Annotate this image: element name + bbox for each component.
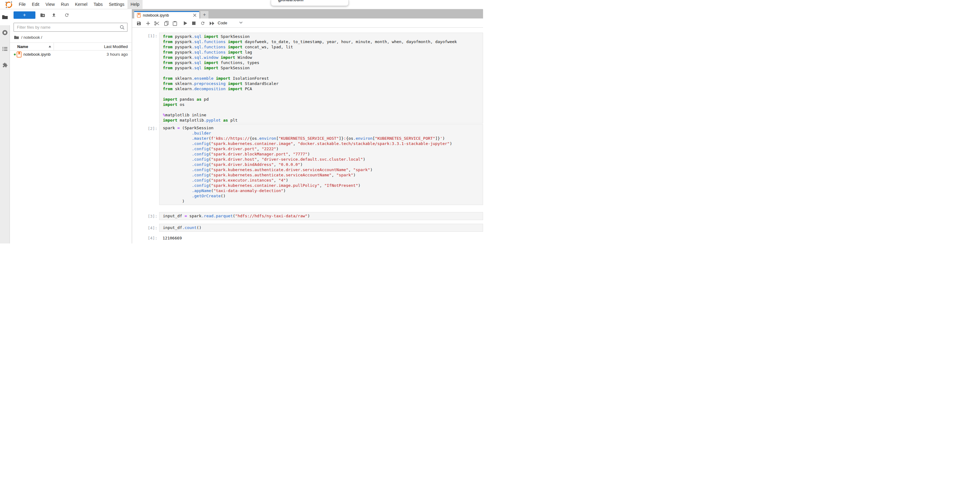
menu-item-kernel[interactable]: Kernel: [72, 0, 90, 9]
paste-cells-button[interactable]: [172, 20, 178, 26]
menu-item-view[interactable]: View: [43, 0, 58, 9]
cut-icon: [154, 21, 159, 26]
tab-close-button[interactable]: [192, 13, 197, 17]
file-browser-panel: + / notebook /: [10, 9, 132, 243]
stop-icon: [192, 22, 196, 25]
notebook-panel: notebook.ipynb +: [132, 9, 483, 243]
fast-forward-icon: [210, 22, 214, 25]
close-icon: [193, 14, 196, 17]
menu-item-run[interactable]: Run: [58, 0, 72, 9]
cut-cells-button[interactable]: [154, 20, 160, 26]
notebook-toolbar: Code: [132, 19, 483, 28]
code-cell[interactable]: spark = (SparkSession .builder .master(f…: [159, 124, 483, 205]
notebook-icon: [17, 51, 22, 57]
main-area: + / notebook /: [0, 9, 483, 243]
tab-notebook[interactable]: notebook.ipynb: [134, 11, 199, 19]
sidebar-tab-running[interactable]: [0, 27, 10, 38]
stop-kernel-button[interactable]: [191, 20, 197, 26]
extensions-icon: [2, 62, 8, 68]
copy-icon: [164, 21, 169, 26]
activity-bar-background: [0, 25, 10, 243]
code-cell[interactable]: from pyspark.sql import SparkSession fro…: [159, 33, 483, 124]
code-cell[interactable]: input_df = spark.read.parquet("hdfs://hd…: [159, 212, 483, 220]
sort-ascending-icon[interactable]: [49, 46, 51, 48]
new-launcher-button[interactable]: +: [14, 11, 35, 19]
new-folder-button[interactable]: [40, 13, 45, 18]
copy-cells-button[interactable]: [163, 20, 169, 26]
search-icon: [120, 25, 125, 30]
site-popup: github.com: [271, 0, 348, 6]
notebook-cells: [1]:from pyspark.sql import SparkSession…: [132, 28, 483, 243]
menu-bar: File Edit View Run Kernel Tabs Settings …: [0, 0, 483, 9]
tab-bar: notebook.ipynb +: [132, 9, 483, 19]
sidebar-tab-table-of-contents[interactable]: [0, 44, 10, 54]
new-tab-button[interactable]: +: [200, 11, 208, 19]
add-cell-icon: [146, 21, 150, 25]
input-prompt: [1]:: [132, 33, 158, 38]
app-logo-icon: [4, 1, 14, 8]
kernel-running-dot: [14, 54, 16, 56]
column-divider: [54, 43, 54, 51]
upload-button[interactable]: [51, 13, 57, 18]
menu-item-settings[interactable]: Settings: [106, 0, 128, 9]
input-prompt: [3]:: [132, 214, 158, 219]
file-name: notebook.ipynb: [24, 52, 51, 57]
column-header-name[interactable]: Name: [17, 44, 28, 49]
tab-title: notebook.ipynb: [143, 13, 192, 17]
home-folder-icon[interactable]: [14, 35, 19, 39]
restart-kernel-icon: [200, 21, 205, 25]
new-folder-icon: [40, 13, 45, 18]
notebook-icon: [137, 13, 141, 17]
popup-site-label: github.com: [278, 0, 304, 2]
menu-item-help[interactable]: Help: [127, 0, 143, 9]
add-cell-button[interactable]: [145, 20, 151, 26]
paste-icon: [173, 21, 177, 26]
breadcrumb-path[interactable]: / notebook /: [21, 35, 42, 40]
sidebar-tab-filebrowser[interactable]: [0, 12, 10, 22]
file-list-header: Name Last Modified: [10, 43, 132, 51]
breadcrumb: / notebook /: [14, 35, 42, 40]
file-modified: 3 hours ago: [107, 52, 128, 57]
chevron-down-icon[interactable]: [239, 22, 243, 24]
file-list-item[interactable]: notebook.ipynb 3 hours ago: [10, 51, 132, 59]
code-cell[interactable]: input_df.count(): [159, 224, 483, 232]
sidebar-tab-extensions[interactable]: [0, 60, 10, 70]
menu-item-tabs[interactable]: Tabs: [91, 0, 106, 9]
activity-bar: [0, 9, 10, 243]
menu-item-edit[interactable]: Edit: [29, 0, 43, 9]
file-filter-input[interactable]: [14, 23, 119, 32]
refresh-button[interactable]: [64, 13, 70, 18]
menu-items: File Edit View Run Kernel Tabs Settings …: [16, 0, 143, 9]
save-icon: [137, 21, 141, 26]
input-prompt: [4]:: [132, 226, 158, 230]
table-of-contents-icon: [2, 47, 7, 51]
running-kernels-icon: [2, 30, 8, 35]
file-filter-box: [14, 23, 127, 32]
run-icon: [184, 21, 187, 25]
input-prompt: [2]:: [132, 126, 158, 131]
cell-type-select[interactable]: Code: [218, 21, 227, 25]
run-cell-button[interactable]: [182, 20, 188, 26]
save-button[interactable]: [136, 20, 142, 26]
folder-icon: [2, 15, 8, 19]
restart-kernel-button[interactable]: [199, 20, 206, 26]
restart-run-all-button[interactable]: [209, 20, 215, 26]
menu-item-file[interactable]: File: [16, 0, 29, 9]
output-prompt: [4]:: [132, 236, 158, 240]
cell-output-text: 12106669: [162, 236, 182, 240]
refresh-icon: [64, 13, 69, 17]
upload-icon: [51, 13, 56, 17]
column-header-modified[interactable]: Last Modified: [104, 44, 128, 49]
